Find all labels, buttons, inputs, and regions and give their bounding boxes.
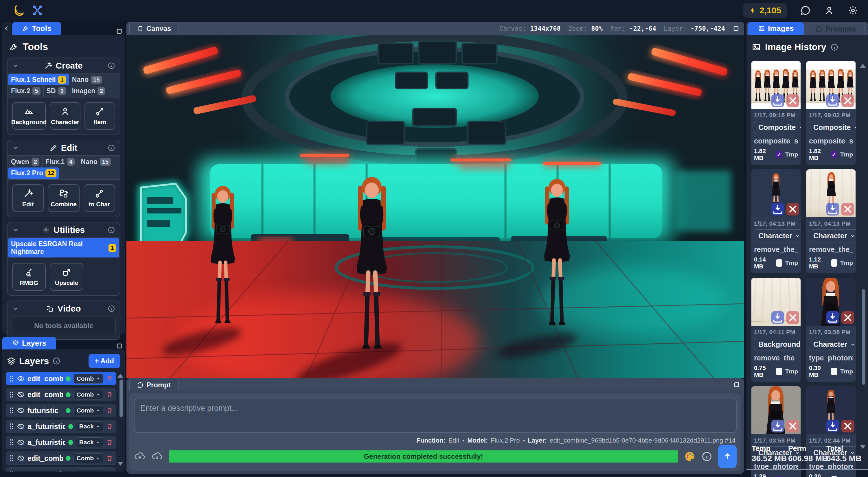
model-tab-imagen[interactable]: Imagen2 — [69, 85, 108, 97]
images-scroll-up-icon[interactable] — [860, 64, 866, 68]
more-tabs-icon[interactable] — [866, 26, 868, 32]
eye-icon[interactable] — [17, 375, 25, 382]
crossed-tools-logo-icon[interactable] — [32, 4, 44, 17]
image-thumbnail[interactable] — [806, 386, 856, 434]
info-icon[interactable] — [107, 62, 115, 69]
model-tab-sd[interactable]: SD3 — [44, 85, 69, 97]
tmp-checkbox[interactable]: ✓ — [776, 151, 782, 158]
drag-handle-icon[interactable] — [9, 407, 14, 414]
image-thumbnail[interactable] — [751, 278, 801, 326]
image-thumbnail[interactable] — [751, 386, 801, 434]
tmp-checkbox[interactable] — [776, 259, 782, 267]
image-card[interactable]: 1/17, 03:58 PM Character type_photoreali… — [806, 278, 856, 382]
image-thumbnail[interactable] — [806, 278, 856, 326]
tab-tools[interactable]: Tools — [12, 22, 61, 35]
delete-image-icon[interactable] — [786, 203, 799, 216]
layer-type-dropdown[interactable]: Comb — [73, 453, 103, 463]
info-icon[interactable] — [830, 43, 838, 51]
eye-off-icon[interactable] — [17, 439, 25, 446]
download-icon[interactable] — [771, 94, 784, 107]
delete-image-icon[interactable] — [786, 311, 799, 324]
credits-badge[interactable]: 2,105 — [743, 3, 787, 18]
edit-button[interactable]: Edit — [12, 184, 44, 212]
info-icon[interactable] — [107, 226, 115, 234]
image-type-dropdown[interactable]: Composite — [809, 121, 856, 134]
drag-handle-icon[interactable] — [9, 471, 14, 472]
image-type-dropdown[interactable]: Composite — [754, 121, 801, 134]
image-card[interactable]: 1/17, 04:13 PM Character remove_the_cha.… — [751, 169, 801, 273]
layer-type-dropdown[interactable]: Comb — [73, 406, 103, 415]
tmp-checkbox[interactable]: ✓ — [831, 151, 837, 158]
settings-gear-icon[interactable] — [848, 5, 858, 15]
delete-layer-icon[interactable] — [106, 375, 113, 382]
canvas-image[interactable] — [126, 35, 744, 378]
image-type-dropdown[interactable]: Character — [809, 338, 856, 351]
download-icon[interactable] — [826, 94, 839, 107]
delete-image-icon[interactable] — [786, 94, 799, 107]
info-icon[interactable] — [107, 305, 115, 312]
image-card[interactable]: 1/17, 02:44 PM Character type_photoreali… — [806, 386, 856, 477]
download-icon[interactable] — [826, 203, 839, 216]
download-icon[interactable] — [771, 420, 784, 433]
model-tab-nano[interactable]: Nano15 — [78, 156, 114, 167]
tmp-checkbox[interactable] — [776, 368, 782, 375]
banana-logo-icon[interactable] — [13, 4, 26, 17]
character-button[interactable]: Character — [50, 102, 81, 130]
rmbg-button[interactable]: RMBG — [12, 263, 46, 291]
eye-icon[interactable] — [17, 470, 25, 472]
eye-off-icon[interactable] — [17, 423, 25, 430]
cloud-download-icon[interactable] — [151, 451, 163, 462]
background-button[interactable]: Background — [12, 102, 46, 130]
layers-scroll-up-icon[interactable] — [118, 374, 123, 378]
images-scrollbar[interactable] — [862, 289, 865, 385]
delete-layer-icon[interactable] — [106, 407, 113, 414]
delete-image-icon[interactable] — [841, 203, 854, 216]
chevron-down-icon[interactable] — [12, 144, 19, 151]
item-button[interactable]: Item — [85, 102, 115, 130]
drag-handle-icon[interactable] — [9, 375, 14, 382]
chevron-down-icon[interactable] — [12, 226, 19, 233]
image-thumbnail[interactable] — [806, 169, 856, 217]
delete-layer-icon[interactable] — [106, 455, 113, 462]
model-tab-upscale-esrgan[interactable]: Upscale ESRGAN Real Nightmare1 — [8, 238, 119, 257]
tab-prompts[interactable]: Prompts — [807, 23, 865, 35]
download-icon[interactable] — [826, 420, 839, 433]
image-type-dropdown[interactable]: Character — [809, 229, 856, 243]
collapse-left-panel-icon[interactable] — [2, 22, 11, 35]
image-card[interactable]: 1/17, 03:58 PM Character type_photoreali… — [751, 386, 801, 477]
chat-icon[interactable] — [800, 5, 811, 15]
layer-row[interactable]: edit_combine_... Comb — [6, 388, 116, 401]
download-icon[interactable] — [771, 203, 784, 216]
image-thumbnail[interactable] — [751, 169, 801, 217]
image-card[interactable]: 1/17, 04:13 PM Character remove_the_cha.… — [806, 169, 856, 273]
eye-off-icon[interactable] — [17, 391, 25, 398]
send-prompt-button[interactable] — [718, 445, 737, 468]
delete-layer-icon[interactable] — [106, 439, 113, 446]
layer-row[interactable]: a_futuristic_spa... Back — [6, 436, 116, 449]
drag-handle-icon[interactable] — [9, 423, 14, 430]
to-char-button[interactable]: to Char — [84, 184, 115, 212]
delete-image-icon[interactable] — [786, 420, 799, 433]
prompt-input[interactable] — [134, 399, 737, 433]
delete-layer-icon[interactable] — [106, 423, 113, 430]
combine-button[interactable]: Combine — [48, 184, 79, 212]
cloud-upload-icon[interactable] — [134, 451, 146, 462]
image-type-dropdown[interactable]: Character — [754, 229, 801, 243]
layer-type-dropdown[interactable]: Back — [76, 421, 103, 431]
layer-type-dropdown[interactable]: Back — [76, 437, 103, 447]
chevron-down-icon[interactable] — [12, 305, 19, 312]
layer-row[interactable]: remove_the_ch... Char — [6, 468, 116, 472]
layer-type-dropdown[interactable]: Char — [77, 469, 103, 472]
chevron-down-icon[interactable] — [12, 62, 19, 69]
maximize-layers-panel-icon[interactable] — [116, 343, 123, 349]
download-icon[interactable] — [826, 311, 839, 324]
layers-scroll-down-icon[interactable] — [118, 462, 123, 466]
model-tab-flux2[interactable]: Flux.25 — [8, 85, 44, 97]
drag-handle-icon[interactable] — [9, 455, 14, 462]
delete-image-icon[interactable] — [841, 420, 854, 433]
model-tab-flux1[interactable]: Flux.14 — [42, 156, 78, 167]
tmp-checkbox[interactable] — [831, 259, 837, 267]
download-icon[interactable] — [771, 311, 784, 324]
image-thumbnail[interactable] — [751, 61, 801, 109]
model-tab-nano[interactable]: Nano15 — [69, 74, 105, 85]
